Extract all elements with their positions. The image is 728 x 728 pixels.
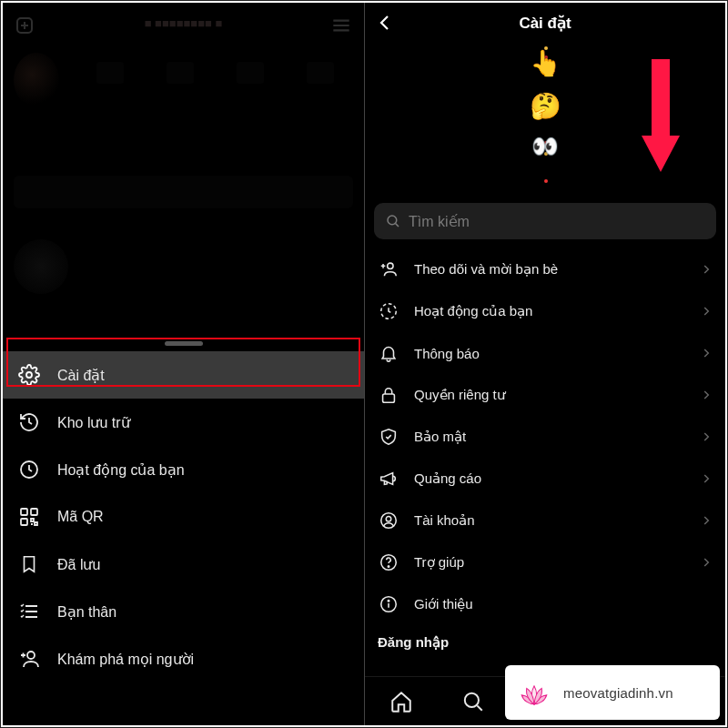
menu-item-settings[interactable]: Cài đặt xyxy=(3,351,364,399)
clock-history-icon xyxy=(17,410,41,434)
row-follow-invite[interactable]: Theo dõi và mời bạn bè xyxy=(365,248,725,290)
lock-icon xyxy=(378,384,399,406)
row-label: Tài khoản xyxy=(414,512,700,529)
search-input[interactable]: Tìm kiếm xyxy=(374,203,716,239)
row-your-activity[interactable]: Hoạt động của bạn xyxy=(365,290,725,332)
create-icon[interactable] xyxy=(14,15,35,36)
right-panel-settings: Cài đặt 👆 🤔 👀 Tìm kiếm xyxy=(364,3,725,725)
menu-item-discover[interactable]: Khám phá mọi người xyxy=(3,635,364,682)
menu-item-saved[interactable]: Đã lưu xyxy=(3,541,364,588)
qr-icon xyxy=(17,505,41,529)
menu-item-label: Mã QR xyxy=(57,509,104,525)
red-down-arrow-annotation xyxy=(638,57,683,176)
menu-item-archive[interactable]: Kho lưu trữ xyxy=(3,399,364,446)
shield-check-icon xyxy=(378,426,399,448)
menu-item-label: Cài đặt xyxy=(57,367,105,384)
row-privacy[interactable]: Quyền riêng tư xyxy=(365,374,725,416)
chevron-right-icon xyxy=(700,347,713,359)
svg-rect-10 xyxy=(383,394,395,402)
menu-item-label: Kho lưu trữ xyxy=(57,414,130,431)
section-header-login: Đăng nhập xyxy=(365,625,725,654)
row-notifications[interactable]: Thông báo xyxy=(365,332,725,374)
menu-bottom-sheet: Cài đặt Kho lưu trữ Hoạt động của bạn Mã… xyxy=(3,334,364,725)
row-label: Quyền riêng tư xyxy=(414,387,700,403)
svg-point-6 xyxy=(27,652,35,659)
list-star-icon xyxy=(17,600,41,623)
user-circle-icon xyxy=(378,510,399,531)
row-label: Trợ giúp xyxy=(414,554,700,571)
chevron-right-icon xyxy=(700,472,713,485)
lotus-logo-icon xyxy=(514,672,554,713)
row-label: Giới thiệu xyxy=(414,596,713,612)
info-circle-icon xyxy=(378,593,399,615)
row-label: Quảng cáo xyxy=(414,470,700,487)
avatar-dimmed xyxy=(14,53,59,107)
bio-area-dimmed xyxy=(14,176,353,208)
row-help[interactable]: Trợ giúp xyxy=(365,541,725,583)
svg-rect-4 xyxy=(31,509,37,515)
chevron-right-icon xyxy=(700,556,713,569)
menu-item-label: Khám phá mọi người xyxy=(57,651,194,668)
emoji-think: 🤔 xyxy=(530,91,561,121)
dual-screenshot-frame: ■ ■■■■■■■■ ■ Cài đặt Kho lưu trữ xyxy=(1,1,727,727)
stats-dimmed xyxy=(76,62,355,98)
row-account[interactable]: Tài khoản xyxy=(365,500,725,541)
menu-item-label: Đã lưu xyxy=(57,556,100,573)
tab-search-icon[interactable] xyxy=(460,689,486,714)
add-person-icon xyxy=(378,258,399,280)
bookmark-icon xyxy=(17,552,41,576)
row-label: Bảo mật xyxy=(414,429,700,445)
menu-item-qr[interactable]: Mã QR xyxy=(3,493,364,541)
gear-icon xyxy=(17,363,41,387)
emoji-point: 👆 xyxy=(530,48,561,78)
row-about[interactable]: Giới thiệu xyxy=(365,583,725,625)
help-circle-icon xyxy=(378,551,399,573)
settings-list: Theo dõi và mời bạn bè Hoạt động của bạn… xyxy=(365,248,725,654)
settings-header: Cài đặt xyxy=(365,3,725,43)
svg-rect-5 xyxy=(21,519,27,525)
left-panel-profile-dimmed: ■ ■■■■■■■■ ■ Cài đặt Kho lưu trữ xyxy=(3,3,364,725)
profile-topbar: ■ ■■■■■■■■ ■ xyxy=(3,3,364,48)
row-ads[interactable]: Quảng cáo xyxy=(365,458,725,500)
svg-point-12 xyxy=(386,516,391,521)
row-label: Thông báo xyxy=(414,346,700,361)
clock-icon xyxy=(17,458,41,481)
chevron-right-icon xyxy=(700,430,713,443)
tab-home-icon[interactable] xyxy=(389,689,414,714)
chevron-right-icon xyxy=(700,263,713,276)
row-label: Hoạt động của bạn xyxy=(414,303,700,319)
svg-rect-3 xyxy=(21,509,27,515)
svg-point-1 xyxy=(26,372,32,378)
watermark-text: meovatgiadinh.vn xyxy=(563,685,673,701)
menu-item-close-friends[interactable]: Bạn thân xyxy=(3,588,364,635)
watermark-badge: meovatgiadinh.vn xyxy=(505,665,720,720)
search-icon xyxy=(385,213,401,229)
back-chevron-icon[interactable] xyxy=(374,12,396,34)
page-title: Cài đặt xyxy=(519,14,571,33)
svg-point-14 xyxy=(388,566,389,567)
username-title: ■ ■■■■■■■■ ■ xyxy=(145,16,223,30)
hamburger-menu-icon[interactable] xyxy=(329,14,353,37)
emoji-eyes: 👀 xyxy=(531,134,559,159)
story-highlight-dimmed xyxy=(14,239,68,294)
row-label: Theo dõi và mời bạn bè xyxy=(414,261,700,278)
search-placeholder: Tìm kiếm xyxy=(409,213,470,230)
chevron-right-icon xyxy=(700,514,713,527)
clock-dashed-icon xyxy=(378,300,399,322)
menu-item-label: Hoạt động của bạn xyxy=(57,461,185,479)
menu-item-activity[interactable]: Hoạt động của bạn xyxy=(3,446,364,493)
chevron-right-icon xyxy=(700,305,713,318)
svg-point-17 xyxy=(465,693,479,706)
menu-item-label: Bạn thân xyxy=(57,603,116,621)
sheet-drag-handle[interactable] xyxy=(165,341,203,346)
chevron-right-icon xyxy=(700,389,713,401)
add-person-icon xyxy=(17,647,41,671)
bell-icon xyxy=(378,342,399,364)
svg-point-16 xyxy=(388,601,389,602)
svg-point-8 xyxy=(388,263,393,268)
megaphone-icon xyxy=(378,468,399,490)
row-security[interactable]: Bảo mật xyxy=(365,416,725,458)
svg-point-7 xyxy=(388,216,397,225)
